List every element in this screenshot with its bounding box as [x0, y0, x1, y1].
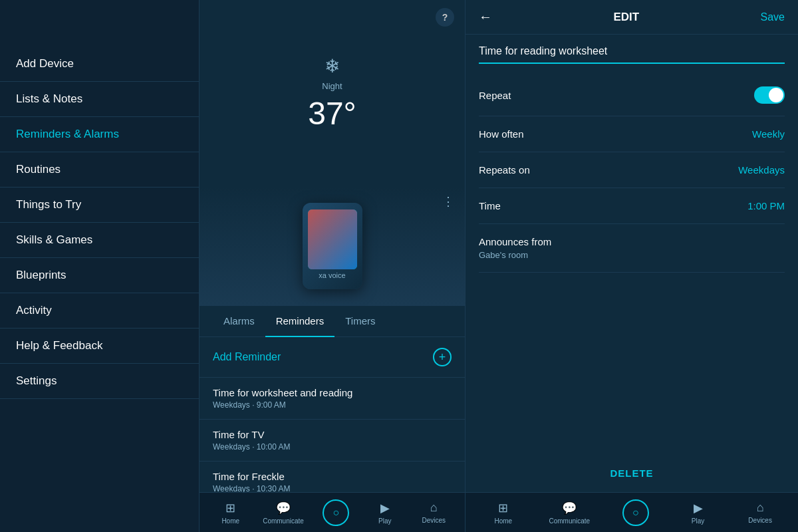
- sidebar-item-activity[interactable]: Activity: [0, 293, 199, 329]
- sidebar-item-things-to-try[interactable]: Things to Try: [0, 188, 199, 223]
- snowflake-icon: ❄: [325, 55, 340, 77]
- sidebar: Add Device Lists & Notes Reminders & Ala…: [0, 0, 200, 532]
- tab-reminders[interactable]: Reminders: [265, 306, 335, 337]
- repeats-on-value: Weekdays: [738, 164, 785, 176]
- time-label: Time: [479, 200, 501, 211]
- time-value: 1:00 PM: [747, 200, 785, 211]
- edit-panel: ← EDIT Save Repeat How often Weekly Repe…: [466, 0, 798, 532]
- edit-bottom-nav-play[interactable]: ▶ Play: [682, 501, 715, 525]
- reminder-title-2: Time for Freckle: [213, 471, 452, 482]
- help-icon[interactable]: ?: [436, 8, 454, 27]
- sidebar-item-routines[interactable]: Routines: [0, 152, 199, 188]
- delete-button[interactable]: DELETE: [610, 467, 653, 479]
- toggle-knob: [769, 88, 783, 102]
- repeat-toggle[interactable]: [754, 86, 785, 104]
- edit-devices-label: Devices: [748, 517, 772, 524]
- echo-screen: [308, 209, 357, 269]
- bottom-nav-alexa[interactable]: ○: [319, 499, 352, 526]
- bottom-nav-play[interactable]: ▶ Play: [368, 501, 402, 525]
- alexa-voice-text: xa voice: [200, 271, 465, 279]
- repeats-on-label: Repeats on: [479, 164, 530, 176]
- add-reminder-label[interactable]: Add Reminder: [213, 351, 281, 363]
- device-top: ? ❄ Night 37°: [200, 0, 465, 186]
- how-often-label: How often: [479, 128, 524, 140]
- how-often-value: Weekly: [752, 128, 785, 140]
- edit-title: EDIT: [613, 11, 639, 24]
- sidebar-item-settings[interactable]: Settings: [0, 364, 199, 399]
- middle-bottom-nav: ⊞ Home 💬 Communicate ○ ▶ Play ⌂ Devices: [200, 492, 465, 532]
- reminder-title-0: Time for worksheet and reading: [213, 387, 452, 398]
- sidebar-header: [0, 0, 199, 33]
- edit-options: Repeat How often Weekly Repeats on Weekd…: [466, 74, 798, 273]
- edit-home-icon: ⊞: [498, 501, 508, 515]
- edit-communicate-label: Communicate: [549, 517, 590, 525]
- sidebar-item-blueprints[interactable]: Blueprints: [0, 258, 199, 293]
- edit-alexa-icon: ○: [622, 499, 649, 526]
- sidebar-item-lists-notes[interactable]: Lists & Notes: [0, 82, 199, 117]
- reminder-item-0[interactable]: Time for worksheet and reading Weekdays …: [200, 378, 465, 420]
- edit-home-label: Home: [494, 517, 512, 525]
- snowflake-area: ❄ Night 37°: [308, 55, 356, 132]
- reminder-subtitle-1: Weekdays · 10:00 AM: [213, 442, 452, 452]
- device-top-header: ?: [436, 8, 454, 27]
- edit-name-field: [479, 45, 785, 64]
- alexa-icon: ○: [323, 499, 349, 526]
- reminder-subtitle-0: Weekdays · 9:00 AM: [213, 400, 452, 410]
- edit-communicate-icon: 💬: [562, 501, 577, 515]
- how-often-row[interactable]: How often Weekly: [479, 116, 785, 152]
- announces-label: Announces from: [479, 236, 785, 247]
- sidebar-item-help-feedback[interactable]: Help & Feedback: [0, 329, 199, 364]
- edit-bottom-nav-alexa[interactable]: ○: [619, 499, 652, 526]
- temperature-display: 37°: [308, 95, 356, 132]
- announces-value: Gabe's room: [479, 250, 785, 260]
- repeat-row: Repeat: [479, 74, 785, 116]
- sidebar-item-reminders-alarms[interactable]: Reminders & Alarms: [0, 117, 199, 152]
- edit-header: ← EDIT Save: [466, 0, 798, 35]
- edit-bottom-nav: ⊞ Home 💬 Communicate ○ ▶ Play ⌂ Devices: [466, 492, 798, 532]
- edit-bottom-nav-devices[interactable]: ⌂ Devices: [743, 501, 777, 524]
- reminder-name-input[interactable]: [479, 45, 785, 57]
- home-label: Home: [221, 517, 239, 525]
- reminder-item-1[interactable]: Time for TV Weekdays · 10:00 AM: [200, 420, 465, 462]
- edit-bottom-nav-home[interactable]: ⊞ Home: [487, 501, 520, 525]
- save-button[interactable]: Save: [761, 11, 785, 23]
- night-label: Night: [322, 81, 342, 91]
- sidebar-item-skills-games[interactable]: Skills & Games: [0, 223, 199, 258]
- play-icon: ▶: [380, 501, 390, 515]
- repeat-label: Repeat: [479, 90, 511, 101]
- tab-timers[interactable]: Timers: [334, 306, 386, 337]
- add-reminder-row: Add Reminder +: [200, 337, 465, 378]
- middle-panel: ? ❄ Night 37° ⋮ xa voice Alarms Reminder…: [200, 0, 466, 532]
- more-options-icon[interactable]: ⋮: [442, 194, 454, 209]
- play-label: Play: [378, 517, 391, 525]
- reminders-section: Alarms Reminders Timers Add Reminder + T…: [200, 306, 465, 532]
- time-row[interactable]: Time 1:00 PM: [479, 188, 785, 224]
- communicate-icon: 💬: [276, 501, 291, 515]
- bottom-nav-communicate[interactable]: 💬 Communicate: [263, 501, 304, 525]
- devices-label: Devices: [422, 517, 446, 524]
- bottom-nav-devices[interactable]: ⌂ Devices: [417, 501, 450, 524]
- sidebar-nav: Add Device Lists & Notes Reminders & Ala…: [0, 33, 199, 532]
- reminders-list: Time for worksheet and reading Weekdays …: [200, 378, 465, 492]
- reminder-subtitle-2: Weekdays · 10:30 AM: [213, 484, 452, 492]
- devices-icon: ⌂: [430, 501, 438, 515]
- add-reminder-button[interactable]: +: [433, 348, 452, 366]
- home-icon: ⊞: [225, 501, 235, 515]
- edit-play-icon: ▶: [694, 501, 703, 515]
- bottom-nav-home[interactable]: ⊞ Home: [214, 501, 247, 525]
- delete-area: DELETE: [466, 454, 798, 492]
- tab-alarms[interactable]: Alarms: [213, 306, 265, 337]
- announces-row[interactable]: Announces from Gabe's room: [479, 224, 785, 273]
- sidebar-item-add-device[interactable]: Add Device: [0, 47, 199, 82]
- reminder-title-1: Time for TV: [213, 429, 452, 440]
- reminders-tabs: Alarms Reminders Timers: [200, 306, 465, 337]
- communicate-label: Communicate: [263, 517, 304, 525]
- reminder-item-2[interactable]: Time for Freckle Weekdays · 10:30 AM: [200, 462, 465, 492]
- device-image-area: ⋮ xa voice: [200, 186, 465, 306]
- edit-play-label: Play: [692, 517, 704, 525]
- back-button[interactable]: ←: [479, 9, 492, 25]
- edit-bottom-nav-communicate[interactable]: 💬 Communicate: [549, 501, 590, 525]
- edit-devices-icon: ⌂: [757, 501, 764, 515]
- repeats-on-row[interactable]: Repeats on Weekdays: [479, 152, 785, 188]
